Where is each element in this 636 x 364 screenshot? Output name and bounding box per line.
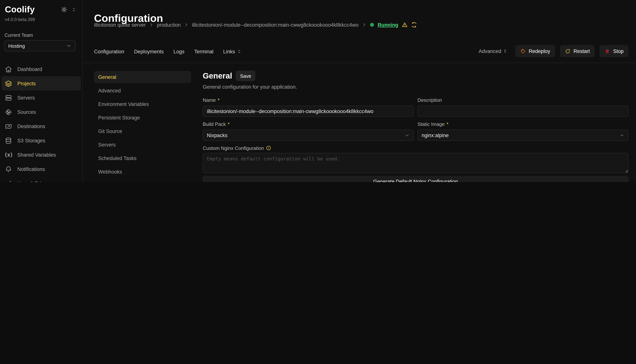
theme-select-chevrons-icon[interactable] [72, 7, 76, 12]
server-icon [5, 94, 12, 101]
sidebar-item-keys-tokens[interactable]: Keys & Tokens [2, 176, 81, 182]
build-pack-select[interactable]: Nixpacks [203, 130, 414, 141]
subnav-item-advanced[interactable]: Advanced [94, 84, 191, 96]
bell-icon [5, 166, 12, 172]
variable-icon: (x) [5, 152, 12, 158]
sidebar-item-dashboard[interactable]: Dashboard [2, 62, 81, 76]
tab-logs[interactable]: Logs [173, 49, 184, 54]
subnav-item-preview-deployments[interactable]: Preview Deployments [94, 179, 191, 182]
subnav-item-persistent-storage[interactable]: Persistent Storage [94, 112, 191, 124]
sidebar-item-notifications[interactable]: Notifications [2, 162, 81, 176]
generate-nginx-button[interactable]: Generate Default Nginx Configuration [203, 176, 628, 182]
chevron-down-icon [66, 43, 72, 48]
sidebar-item-shared-variables[interactable]: (x) Shared Variables [2, 148, 81, 162]
sidebar-item-destinations[interactable]: Destinations [2, 119, 81, 133]
subnav-item-general[interactable]: General [94, 71, 191, 83]
sidebar-item-projects[interactable]: Projects [2, 76, 81, 90]
general-form: General Save General configuration for y… [203, 0, 628, 182]
subnav-item-git-source[interactable]: Git Source [94, 125, 191, 137]
breadcrumb-project[interactable]: illicitonion quote server [94, 22, 146, 28]
map-icon [5, 123, 12, 130]
section-heading-general: General [203, 71, 232, 80]
save-button[interactable]: Save [236, 70, 255, 81]
subnav-item-environment-variables[interactable]: Environment Variables [94, 98, 191, 110]
current-team-label: Current Team [5, 33, 33, 38]
layers-icon [5, 80, 12, 87]
chevron-right-icon [149, 22, 154, 27]
name-input[interactable] [203, 106, 414, 117]
breadcrumb-environment[interactable]: production [157, 22, 181, 28]
sidebar-nav: Dashboard Projects Servers Sources Desti… [2, 62, 81, 182]
team-select[interactable]: Hosting [4, 40, 76, 52]
key-icon [5, 180, 12, 182]
build-pack-label: Build Pack* [203, 121, 414, 127]
subnav-item-webhooks[interactable]: Webhooks [94, 166, 191, 178]
static-image-label: Static Image* [417, 121, 628, 127]
git-source-icon [5, 108, 12, 116]
sidebar-item-s3-storages[interactable]: S3 Storages [2, 133, 81, 148]
chevron-down-icon [405, 133, 409, 138]
home-icon [5, 66, 12, 73]
custom-nginx-label: Custom Nginx Configuration [203, 145, 271, 151]
subnav-item-servers[interactable]: Servers [94, 138, 191, 151]
sidebar: Coolify v4.0.0-beta.399 Current Team Hos… [0, 0, 83, 182]
app-version: v4.0.0-beta.399 [5, 17, 35, 22]
description-input[interactable] [417, 106, 628, 117]
theme-toggle-sun-icon[interactable] [61, 6, 67, 13]
app-logo: Coolify [5, 4, 35, 15]
sidebar-item-servers[interactable]: Servers [2, 90, 81, 105]
app-window: Coolify v4.0.0-beta.399 Current Team Hos… [0, 0, 636, 182]
chevron-down-icon [619, 133, 624, 138]
subnav-item-scheduled-tasks[interactable]: Scheduled Tasks [94, 152, 191, 164]
database-icon [5, 137, 12, 144]
name-label: Name* [203, 97, 414, 103]
section-subtitle: General configuration for your applicati… [203, 84, 297, 90]
custom-nginx-textarea[interactable] [203, 153, 628, 173]
static-image-select[interactable]: nginx:alpine [417, 130, 628, 141]
config-subnav: General Advanced Environment Variables P… [94, 71, 191, 182]
tab-deployments[interactable]: Deployments [134, 49, 164, 54]
chevron-right-icon [184, 22, 189, 27]
info-icon [266, 145, 271, 151]
description-label: Description [417, 97, 628, 103]
sidebar-item-sources[interactable]: Sources [2, 105, 81, 119]
tab-configuration[interactable]: Configuration [94, 49, 124, 54]
